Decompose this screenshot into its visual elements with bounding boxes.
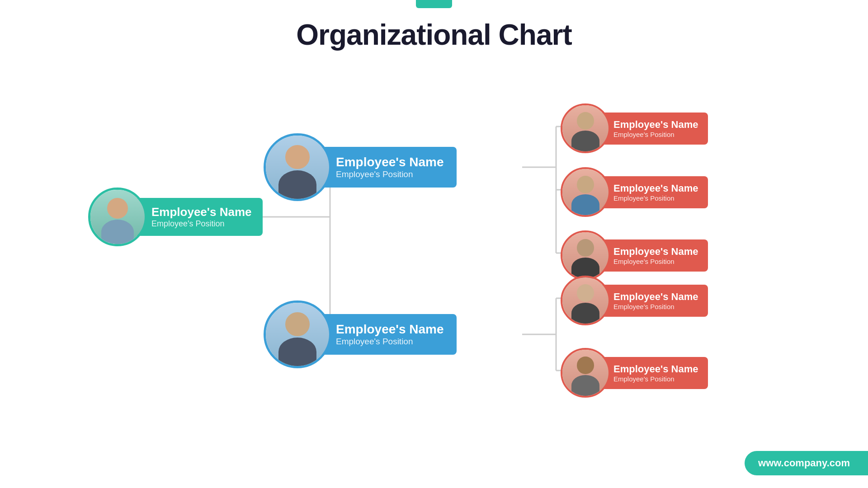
leaf2-position: Employee's Position bbox=[613, 194, 698, 202]
leaf-node-4: Employee's Name Employee's Position bbox=[561, 276, 708, 325]
org-chart-area: Employee's Name Employee's Position Empl… bbox=[0, 68, 868, 474]
root-position: Employee's Position bbox=[151, 219, 252, 229]
mid2-name: Employee's Name bbox=[336, 322, 444, 337]
leaf4-label-box: Employee's Name Employee's Position bbox=[593, 285, 708, 317]
leaf2-name: Employee's Name bbox=[613, 183, 698, 194]
mid1-label-box: Employee's Name Employee's Position bbox=[311, 147, 457, 188]
mid1-name: Employee's Name bbox=[336, 155, 444, 169]
website-badge: www.company.com bbox=[745, 451, 868, 475]
leaf5-name: Employee's Name bbox=[613, 363, 698, 375]
leaf2-avatar bbox=[561, 167, 610, 217]
leaf1-avatar bbox=[561, 103, 610, 153]
mid2-label-box: Employee's Name Employee's Position bbox=[311, 314, 457, 355]
leaf-node-1: Employee's Name Employee's Position bbox=[561, 103, 708, 153]
mid2-avatar bbox=[264, 300, 331, 368]
mid-node-1: Employee's Name Employee's Position bbox=[264, 133, 457, 201]
mid1-avatar bbox=[264, 133, 331, 201]
mid1-position: Employee's Position bbox=[336, 169, 444, 179]
root-node: Employee's Name Employee's Position bbox=[88, 188, 263, 246]
root-avatar bbox=[88, 188, 147, 246]
leaf3-avatar bbox=[561, 230, 610, 280]
leaf1-label-box: Employee's Name Employee's Position bbox=[593, 113, 708, 145]
leaf5-label-box: Employee's Name Employee's Position bbox=[593, 357, 708, 389]
leaf4-name: Employee's Name bbox=[613, 291, 698, 303]
leaf4-avatar bbox=[561, 276, 610, 325]
leaf-node-2: Employee's Name Employee's Position bbox=[561, 167, 708, 217]
website-url: www.company.com bbox=[758, 457, 850, 469]
leaf-node-3: Employee's Name Employee's Position bbox=[561, 230, 708, 280]
connector-lines bbox=[0, 68, 868, 474]
leaf4-position: Employee's Position bbox=[613, 303, 698, 310]
leaf2-label-box: Employee's Name Employee's Position bbox=[593, 176, 708, 208]
top-accent-bar bbox=[416, 0, 452, 8]
leaf5-position: Employee's Position bbox=[613, 375, 698, 383]
leaf-node-5: Employee's Name Employee's Position bbox=[561, 348, 708, 398]
root-label-box: Employee's Name Employee's Position bbox=[129, 198, 263, 236]
leaf1-position: Employee's Position bbox=[613, 131, 698, 138]
root-name: Employee's Name bbox=[151, 205, 252, 219]
mid2-position: Employee's Position bbox=[336, 337, 444, 347]
leaf5-avatar bbox=[561, 348, 610, 398]
leaf3-label-box: Employee's Name Employee's Position bbox=[593, 239, 708, 272]
leaf3-name: Employee's Name bbox=[613, 246, 698, 258]
mid-node-2: Employee's Name Employee's Position bbox=[264, 300, 457, 368]
leaf3-position: Employee's Position bbox=[613, 258, 698, 265]
leaf1-name: Employee's Name bbox=[613, 119, 698, 131]
